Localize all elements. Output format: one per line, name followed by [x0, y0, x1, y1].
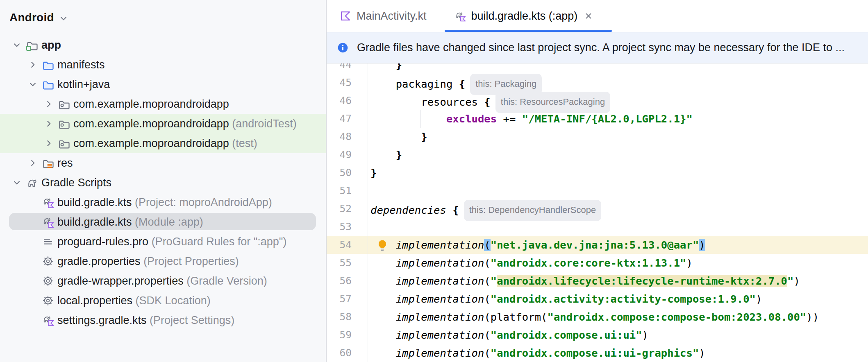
code-line-text: implementation("androidx.activity:activi… — [367, 290, 762, 308]
chevron-down-icon[interactable] — [27, 79, 38, 90]
tree-item-label: manifests — [57, 59, 105, 71]
chevron-right-icon[interactable] — [43, 118, 54, 129]
tree-item-qualifier: (Project Settings) — [147, 314, 235, 327]
chevron-right-icon[interactable] — [43, 138, 54, 149]
code-line-46[interactable]: 46 resources {this: ResourcesPackaging — [327, 92, 868, 110]
gradle-kts-icon — [42, 196, 54, 208]
tree-item-local-properties--sdk-location-[interactable]: local.properties (SDK Location) — [0, 291, 326, 310]
tree-item-qualifier: (Project: moproAndroidApp) — [132, 196, 272, 209]
tree-item-label: proguard-rules.pro — [57, 235, 148, 248]
app-module-icon — [26, 39, 38, 51]
line-number: 51 — [327, 182, 367, 200]
chevron-right-icon[interactable] — [27, 59, 38, 70]
code-line-48[interactable]: 48 } — [327, 128, 868, 146]
chevron-spacer — [27, 217, 38, 227]
code-line-53[interactable]: 53 — [327, 218, 868, 236]
tree-item-qualifier: (SDK Location) — [132, 294, 211, 307]
code-line-text: implementation("androidx.core:core-ktx:1… — [367, 254, 693, 272]
gear-icon — [42, 275, 54, 287]
chevron-right-icon[interactable] — [27, 158, 38, 168]
tree-item-gradle-wrapper-properties--gradle-version-[interactable]: gradle-wrapper.properties (Gradle Versio… — [0, 271, 326, 291]
tree-item-label: kotlin+java — [57, 78, 110, 91]
line-number: 54 — [327, 236, 367, 254]
line-number: 50 — [327, 164, 367, 182]
tree-item-gradle-properties--project-properties-[interactable]: gradle.properties (Project Properties) — [0, 251, 326, 271]
tree-item-proguard-rules-pro--proguard-rules-for-app-[interactable]: proguard-rules.pro (ProGuard Rules for "… — [0, 232, 326, 251]
android-studio-window: Android appmanifestskotlin+javacom.examp… — [0, 0, 868, 362]
text-file-icon — [42, 235, 54, 248]
tree-item-label: gradle.properties — [57, 255, 141, 268]
code-line-58[interactable]: 58 implementation(platform("androidx.com… — [327, 308, 868, 326]
tab-label: MainActivity.kt — [357, 10, 427, 23]
intention-bulb-icon[interactable] — [377, 240, 387, 251]
tree-item-label: com.example.moproandroidapp — [73, 98, 229, 111]
code-line-text: } — [367, 128, 427, 146]
code-line-text: packaging {this: Packaging — [367, 74, 542, 92]
code-line-59[interactable]: 59 implementation("androidx.compose.ui:u… — [327, 326, 868, 344]
editor-area: MainActivity.ktbuild.gradle.kts (:app) G… — [327, 0, 868, 362]
chevron-down-icon[interactable] — [58, 13, 69, 24]
code-line-50[interactable]: 50} — [327, 164, 868, 182]
sync-notification-banner: Gradle files have changed since last pro… — [327, 32, 868, 63]
tab-label: build.gradle.kts (:app) — [471, 10, 578, 23]
tree-item-gradle-scripts[interactable]: Gradle Scripts — [0, 173, 326, 192]
code-line-55[interactable]: 55 implementation("androidx.core:core-kt… — [327, 254, 868, 272]
gear-icon — [42, 255, 54, 267]
line-number: 53 — [327, 218, 367, 236]
tree-item-build-gradle-kts--module-app-[interactable]: build.gradle.kts (Module :app) — [0, 212, 326, 232]
tree-item-manifests[interactable]: manifests — [0, 55, 326, 75]
code-line-49[interactable]: 49 } — [327, 146, 868, 164]
package-icon — [58, 98, 70, 110]
editor-tab-build-gradle-kts-app-[interactable]: build.gradle.kts (:app) — [445, 0, 612, 32]
close-icon[interactable] — [583, 11, 594, 21]
code-line-44[interactable]: 44 } — [327, 63, 868, 74]
folder-blue-icon — [42, 78, 54, 90]
tree-item-com-example-moproandroidapp--test-[interactable]: com.example.moproandroidapp (test) — [0, 133, 326, 153]
code-line-57[interactable]: 57 implementation("androidx.activity:act… — [327, 290, 868, 308]
tree-item-label: build.gradle.kts — [57, 196, 132, 209]
code-line-text: dependencies {this: DependencyHandlerSco… — [367, 200, 601, 218]
line-number: 58 — [327, 308, 367, 326]
code-line-45[interactable]: 45 packaging {this: Packaging — [327, 74, 868, 92]
code-line-text: implementation(platform("androidx.compos… — [367, 308, 819, 326]
tree-item-app[interactable]: app — [0, 35, 326, 55]
code-editor[interactable]: 44 }45 packaging {this: Packaging46 reso… — [327, 63, 868, 362]
code-line-text: } — [367, 164, 377, 182]
project-view-header: Android — [0, 0, 326, 35]
chevron-right-icon[interactable] — [43, 99, 54, 109]
code-line-text: implementation("androidx.compose.ui:ui-g… — [367, 344, 705, 362]
code-line-54[interactable]: 54 implementation("net.java.dev.jna:jna:… — [327, 236, 868, 254]
tree-item-com-example-moproandroidapp[interactable]: com.example.moproandroidapp — [0, 94, 326, 114]
tree-item-label: res — [57, 157, 73, 170]
folder-res-icon — [42, 157, 54, 169]
banner-message: Gradle files have changed since last pro… — [357, 41, 845, 54]
code-line-51[interactable]: 51 — [327, 182, 868, 200]
code-line-52[interactable]: 52dependencies {this: DependencyHandlerS… — [327, 200, 868, 218]
code-line-60[interactable]: 60 implementation("androidx.compose.ui:u… — [327, 344, 868, 362]
code-line-text: excludes += "/META-INF/{AL2.0,LGPL2.1}" — [367, 110, 693, 128]
line-number: 56 — [327, 272, 367, 290]
tree-item-label: gradle-wrapper.properties — [57, 275, 184, 287]
package-icon — [58, 118, 70, 130]
gear-icon — [42, 294, 54, 307]
chevron-down-icon[interactable] — [11, 40, 22, 50]
project-tree: appmanifestskotlin+javacom.example.mopro… — [0, 35, 326, 330]
line-number: 52 — [327, 200, 367, 218]
code-line-text: } — [367, 63, 402, 74]
editor-tab-mainactivity-kt[interactable]: MainActivity.kt — [330, 0, 445, 32]
tree-item-com-example-moproandroidapp--androidtest-[interactable]: com.example.moproandroidapp (androidTest… — [0, 114, 326, 133]
code-line-text: } — [367, 146, 402, 164]
tree-item-build-gradle-kts--project-moproandroidapp-[interactable]: build.gradle.kts (Project: moproAndroidA… — [0, 192, 326, 212]
tree-item-label: com.example.moproandroidapp — [73, 118, 229, 130]
indent-guide — [420, 110, 421, 128]
tree-item-res[interactable]: res — [0, 153, 326, 173]
code-line-47[interactable]: 47 excludes += "/META-INF/{AL2.0,LGPL2.1… — [327, 110, 868, 128]
code-line-56[interactable]: 56 implementation("androidx.lifecycle:li… — [327, 272, 868, 290]
project-view-mode[interactable]: Android — [9, 11, 54, 24]
tree-item-kotlin-java[interactable]: kotlin+java — [0, 75, 326, 94]
line-number: 55 — [327, 254, 367, 272]
tree-item-label: local.properties — [57, 294, 132, 307]
code-line-text: implementation("androidx.lifecycle:lifec… — [367, 272, 800, 290]
chevron-down-icon[interactable] — [11, 177, 22, 188]
tree-item-settings-gradle-kts--project-settings-[interactable]: settings.gradle.kts (Project Settings) — [0, 310, 326, 330]
